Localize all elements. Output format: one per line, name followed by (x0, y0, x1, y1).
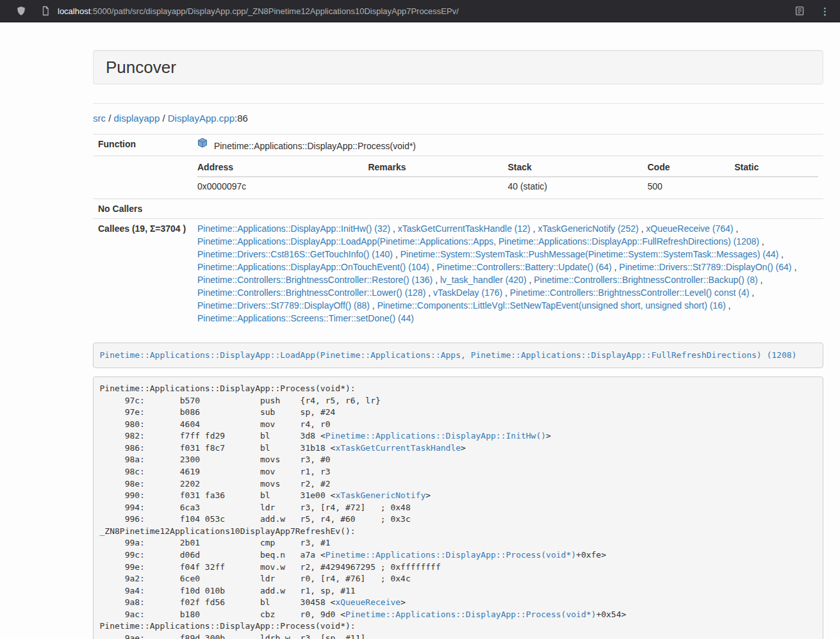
callee-link[interactable]: xTaskGenericNotify (252) (538, 223, 638, 234)
callee-separator: , (639, 223, 646, 234)
callee-separator: , (792, 262, 797, 272)
callee-separator: , (531, 223, 538, 234)
site-header-panel: Puncover (93, 50, 823, 85)
callee-separator: , (749, 287, 754, 298)
symbol-metrics-value-row: 0x0000097c 40 (static) 500 (197, 177, 818, 195)
breadcrumb-separator: / (160, 113, 168, 124)
callee-separator: , (502, 287, 510, 298)
no-callers-row: No Callers (93, 199, 823, 219)
callee-link[interactable]: vTaskDelay (176) (433, 287, 502, 298)
callee-separator: , (758, 275, 763, 285)
main-content: Puncover src / displayapp / DisplayApp.c… (93, 50, 823, 639)
static-value (734, 177, 818, 195)
callee-link[interactable]: xTaskGetCurrentTaskHandle (12) (398, 223, 531, 234)
callee-separator: , (425, 287, 433, 298)
callee-separator: , (778, 249, 784, 259)
remarks-value (368, 177, 507, 195)
code-symbol-link[interactable]: Pinetime::Applications::DisplayApp::Proc… (325, 550, 576, 560)
callee-link[interactable]: Pinetime::System::SystemTask::PushMessag… (400, 249, 779, 259)
menu-dots-icon[interactable]: ⋮ (817, 3, 834, 19)
divider (93, 103, 823, 104)
code-symbol-link[interactable]: xQueueReceive (335, 597, 400, 607)
column-header-code: Code (648, 159, 735, 177)
callee-link[interactable]: Pinetime::Drivers::Cst816S::GetTouchInfo… (197, 249, 393, 259)
shield-icon[interactable] (13, 3, 29, 19)
highlighted-symbol-link[interactable]: Pinetime::Applications::DisplayApp::Load… (100, 350, 797, 360)
stack-value: 40 (static) (507, 177, 647, 195)
column-header-address: Address (197, 159, 368, 177)
breadcrumb-separator: / (106, 113, 114, 124)
callee-separator: , (726, 300, 731, 311)
callees-cell: Pinetime::Applications::DisplayApp::Init… (192, 219, 823, 328)
function-row-label: Function (93, 134, 192, 156)
function-row: Function Pinetime::Applications::Display… (93, 134, 823, 156)
method-icon (197, 138, 208, 151)
callee-separator: , (393, 249, 400, 259)
page-title: Puncover (106, 58, 811, 76)
callee-link[interactable]: Pinetime::Applications::Screens::Timer::… (197, 313, 414, 323)
code-symbol-link[interactable]: xTaskGetCurrentTaskHandle (335, 443, 461, 453)
callee-separator: , (429, 262, 437, 272)
callee-separator: , (733, 223, 738, 234)
code-symbol-link[interactable]: xTaskGenericNotify (335, 490, 425, 500)
function-name-cell: Pinetime::Applications::DisplayApp::Proc… (192, 134, 823, 156)
callee-separator: , (390, 223, 398, 234)
function-name: Pinetime::Applications::DisplayApp::Proc… (214, 141, 416, 151)
callee-link[interactable]: Pinetime::Applications::DisplayApp::OnTo… (197, 262, 429, 272)
highlighted-symbol-box: Pinetime::Applications::DisplayApp::Load… (93, 343, 823, 368)
metrics-row: AddressRemarksStackCodeStatic 0x0000097c… (93, 156, 823, 199)
breadcrumb-line-number: :86 (235, 113, 248, 124)
symbol-metrics-table: AddressRemarksStackCodeStatic 0x0000097c… (197, 159, 818, 195)
callee-link[interactable]: Pinetime::Controllers::BrightnessControl… (197, 275, 432, 285)
metrics-cell: AddressRemarksStackCodeStatic 0x0000097c… (192, 156, 823, 199)
code-symbol-link[interactable]: Pinetime::Applications::DisplayApp::Proc… (345, 610, 596, 619)
callee-separator: , (370, 300, 377, 311)
callee-link[interactable]: lv_task_handler (420) (440, 275, 527, 285)
breadcrumb-link-DisplayApp.cpp[interactable]: DisplayApp.cpp (168, 113, 235, 124)
callee-link[interactable]: Pinetime::Controllers::Battery::Update()… (437, 262, 612, 272)
callee-separator: , (432, 275, 440, 285)
callee-link[interactable]: xQueueReceive (764) (646, 223, 733, 234)
browser-chrome: localhost:5000/path/src/displayapp/Displ… (0, 0, 840, 22)
code-symbol-link[interactable]: Pinetime::Applications::DisplayApp::Init… (325, 431, 546, 441)
callee-link[interactable]: Pinetime::Controllers::BrightnessControl… (197, 287, 425, 298)
callee-link[interactable]: Pinetime::Applications::DisplayApp::Load… (197, 236, 759, 247)
symbol-metrics-header-row: AddressRemarksStackCodeStatic (197, 159, 818, 177)
callee-link[interactable]: Pinetime::Applications::DisplayApp::Init… (197, 223, 390, 234)
url-host: localhost (58, 6, 90, 16)
assembly-box: Pinetime::Applications::DisplayApp::Proc… (93, 376, 823, 639)
callee-link[interactable]: Pinetime::Controllers::BrightnessControl… (534, 275, 757, 285)
reader-view-icon[interactable] (791, 3, 808, 19)
callees-row: Callees (19, Σ=3704 ) Pinetime::Applicat… (93, 219, 823, 328)
no-callers-label: No Callers (93, 199, 192, 219)
no-callers-cell (192, 199, 823, 219)
code-size-value: 500 (648, 177, 735, 195)
callee-separator: , (612, 262, 620, 272)
column-header-remarks: Remarks (368, 159, 507, 177)
breadcrumb-link-src[interactable]: src (93, 113, 106, 124)
breadcrumb-link-displayapp[interactable]: displayapp (114, 113, 160, 124)
callees-label: Callees (19, Σ=3704 ) (93, 219, 192, 328)
callee-separator: , (527, 275, 534, 285)
callee-link[interactable]: Pinetime::Controllers::BrightnessControl… (510, 287, 749, 298)
page-info-icon[interactable] (37, 3, 54, 19)
callee-separator: , (759, 236, 764, 247)
url-path: :5000/path/src/displayapp/DisplayApp.cpp… (90, 6, 459, 16)
column-header-static: Static (734, 159, 818, 177)
metrics-row-spacer (93, 156, 192, 199)
address-value: 0x0000097c (197, 177, 368, 195)
column-header-stack: Stack (507, 159, 647, 177)
callee-link[interactable]: Pinetime::Components::LittleVgl::SetNewT… (377, 300, 726, 311)
url-bar[interactable]: localhost:5000/path/src/displayapp/Displ… (58, 6, 459, 16)
symbol-table: Function Pinetime::Applications::Display… (93, 134, 823, 328)
callee-link[interactable]: Pinetime::Drivers::St7789::DisplayOn() (… (619, 262, 791, 272)
breadcrumb: src / displayapp / DisplayApp.cpp:86 (93, 112, 823, 125)
callee-link[interactable]: Pinetime::Drivers::St7789::DisplayOff() … (197, 300, 370, 311)
assembly-code: Pinetime::Applications::DisplayApp::Proc… (100, 384, 627, 639)
